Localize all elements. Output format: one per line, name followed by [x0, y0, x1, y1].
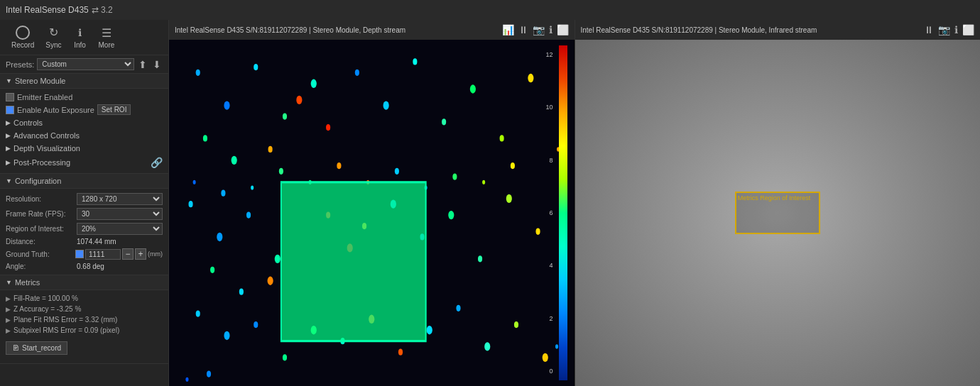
- ground-truth-value-container: − + (mm): [75, 248, 163, 260]
- more-button[interactable]: ☰ More: [92, 23, 120, 52]
- svg-point-15: [470, 84, 476, 93]
- post-processing-label: Post-Processing: [13, 158, 70, 167]
- colorbar-container: 12 10 8 6 4 2 0: [557, 45, 569, 380]
- device-name: Intel RealSense D435: [6, 5, 89, 15]
- presets-row: Presets: Custom Default Hand HighAccurac…: [0, 55, 168, 74]
- angle-row: Angle: 0.68 deg: [6, 261, 163, 272]
- ground-truth-decrement-button[interactable]: −: [122, 248, 134, 260]
- metric-2-value: Plane Fit RMS Error = 3.32 (mm): [13, 316, 117, 324]
- more-icon: ☰: [102, 26, 111, 40]
- presets-select[interactable]: Custom Default Hand HighAccuracy HighDen…: [37, 58, 134, 70]
- metrics-content: ▶ Fill-Rate = 100.00 % ▶ Z Accuracy = -3…: [0, 290, 168, 364]
- depth-panel-body: 12 10 8 6 4 2 0: [169, 40, 575, 386]
- svg-point-45: [514, 321, 518, 328]
- svg-point-17: [528, 74, 533, 82]
- presets-upload-button[interactable]: ⬆: [137, 59, 148, 70]
- depth-panel: Intel RealSense D435 S/N:819112072289 | …: [169, 20, 575, 386]
- metric-3-value: Subpixel RMS Error = 0.09 (pixel): [13, 326, 119, 334]
- ir-camera-icon[interactable]: 📷: [938, 24, 950, 35]
- metric-item-0[interactable]: ▶ Fill-Rate = 100.00 %: [6, 293, 163, 304]
- ir-panel-title: Intel RealSense D435 S/N:819112072289 | …: [581, 26, 817, 34]
- svg-point-6: [203, 135, 207, 141]
- record-button[interactable]: Record: [6, 23, 40, 52]
- svg-point-42: [427, 326, 432, 334]
- svg-point-14: [442, 118, 446, 125]
- info-button[interactable]: ℹ Info: [67, 23, 92, 52]
- roi-value-container: 20% 10% 30%: [77, 223, 163, 235]
- post-processing-row: ▶ Post-Processing 🔗: [6, 155, 163, 170]
- roi-label: Region of Interest:: [6, 225, 77, 233]
- ir-pause-icon[interactable]: ⏸: [924, 24, 934, 35]
- main-layout: Record ↻ Sync ℹ Info ☰ More Presets: Cus…: [0, 20, 980, 386]
- svg-point-50: [279, 168, 283, 175]
- svg-point-23: [239, 289, 244, 295]
- svg-point-41: [398, 348, 403, 355]
- svg-point-35: [224, 331, 229, 340]
- svg-point-56: [452, 173, 457, 180]
- configuration-header[interactable]: ▼ Configuration: [0, 174, 168, 189]
- svg-point-34: [196, 310, 200, 316]
- svg-rect-59: [281, 182, 426, 341]
- ground-truth-increment-button[interactable]: +: [135, 248, 146, 260]
- start-record-button[interactable]: 🖹 Start_record: [6, 341, 67, 355]
- sync-label: Sync: [45, 41, 61, 49]
- svg-point-33: [536, 228, 540, 235]
- auto-exposure-label: Enable Auto Exposure: [17, 106, 94, 114]
- post-processing-header[interactable]: ▶ Post-Processing: [6, 156, 148, 169]
- set-roi-button[interactable]: Set ROI: [97, 104, 131, 115]
- colorbar-label-4: 4: [545, 262, 552, 269]
- depth-pause-icon[interactable]: ⏸: [518, 24, 528, 35]
- ground-truth-label: Ground Truth:: [6, 250, 75, 258]
- post-processing-arrow: ▶: [6, 159, 11, 166]
- metrics-title: Metrics: [15, 278, 40, 287]
- roi-row: Region of Interest: 20% 10% 30%: [6, 221, 163, 236]
- metric-item-3[interactable]: ▶ Subpixel RMS Error = 0.09 (pixel): [6, 325, 163, 336]
- resolution-value-container: 1280 x 720 640 x 480 848 x 480: [77, 193, 163, 205]
- ir-info-icon[interactable]: ℹ: [954, 24, 958, 35]
- usb-icon: ⇄ 3.2: [92, 5, 113, 15]
- stereo-module-header[interactable]: ▼ Stereo Module: [0, 74, 168, 89]
- depth-chart-icon[interactable]: 📊: [502, 24, 514, 35]
- svg-point-36: [254, 321, 258, 328]
- svg-point-32: [506, 194, 512, 203]
- ground-truth-checkbox[interactable]: [75, 250, 84, 258]
- emitter-enabled-checkbox[interactable]: [6, 93, 14, 101]
- metric-item-1[interactable]: ▶ Z Accuracy = -3.25 %: [6, 304, 163, 314]
- depth-camera-icon[interactable]: 📷: [533, 24, 545, 35]
- controls-arrow: ▶: [6, 119, 11, 126]
- more-label: More: [98, 41, 114, 49]
- controls-header[interactable]: ▶ Controls: [6, 116, 163, 129]
- ir-fullscreen-icon[interactable]: ⬜: [962, 24, 974, 35]
- advanced-controls-arrow: ▶: [6, 132, 11, 139]
- distance-value: 1074.44 mm: [77, 238, 116, 246]
- roi-select[interactable]: 20% 10% 30%: [77, 223, 163, 235]
- colorbar-label-0: 0: [545, 368, 552, 375]
- stereo-module-title: Stereo Module: [15, 77, 66, 85]
- svg-point-57: [482, 180, 485, 184]
- start-record-icon: 🖹: [12, 344, 19, 352]
- svg-point-22: [210, 267, 214, 273]
- depth-fullscreen-icon[interactable]: ⬜: [557, 24, 569, 35]
- auto-exposure-checkbox[interactable]: [6, 106, 14, 114]
- distance-label: Distance:: [6, 238, 77, 246]
- metrics-header[interactable]: ▼ Metrics: [0, 275, 168, 290]
- colorbar-label-12: 12: [545, 51, 552, 58]
- sync-button[interactable]: ↻ Sync: [40, 23, 67, 52]
- stereo-module-arrow: ▼: [6, 77, 12, 84]
- resolution-select[interactable]: 1280 x 720 640 x 480 848 x 480: [77, 193, 163, 205]
- svg-point-21: [275, 255, 281, 263]
- post-processing-link-icon[interactable]: 🔗: [151, 157, 163, 168]
- framerate-select[interactable]: 30 15 6 60 90: [77, 208, 163, 220]
- advanced-controls-header[interactable]: ▶ Advanced Controls: [6, 129, 163, 142]
- svg-point-62: [207, 370, 211, 377]
- ground-truth-input[interactable]: [85, 249, 121, 260]
- emitter-enabled-label: Emitter Enabled: [17, 93, 72, 101]
- svg-point-48: [221, 190, 225, 197]
- depth-info-icon[interactable]: ℹ: [549, 24, 552, 35]
- presets-download-button[interactable]: ⬇: [151, 59, 163, 70]
- metric-item-2[interactable]: ▶ Plane Fit RMS Error = 3.32 (mm): [6, 314, 163, 325]
- svg-point-44: [484, 342, 490, 351]
- resolution-row: Resolution: 1280 x 720 640 x 480 848 x 4…: [6, 192, 163, 206]
- depth-vis-header[interactable]: ▶ Depth Visualization: [6, 142, 163, 155]
- metric-1-arrow: ▶: [6, 306, 11, 313]
